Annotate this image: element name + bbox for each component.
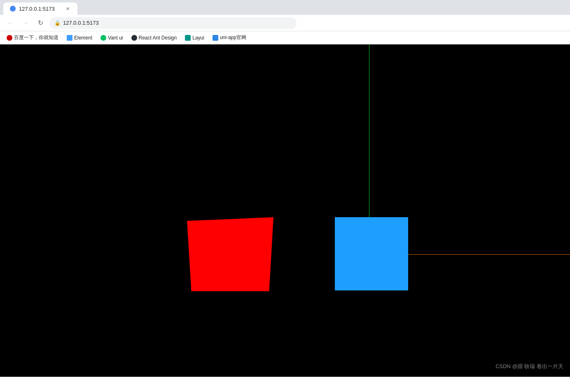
red-box [187, 217, 273, 291]
browser-window: 127.0.0.1:5173 ✕ ← → ↻ 🔒 127.0.0.1:5173 … [0, 0, 570, 377]
bookmark-label-react: React Ant Design [139, 35, 177, 41]
tab-bar: 127.0.0.1:5173 ✕ [0, 0, 570, 15]
nav-bar: ← → ↻ 🔒 127.0.0.1:5173 [0, 15, 570, 31]
tab-favicon [10, 6, 16, 12]
bookmark-favicon-uni [213, 35, 218, 41]
reload-button[interactable]: ↻ [35, 17, 46, 29]
bookmark-layui[interactable]: Layui [182, 33, 208, 42]
back-button[interactable]: ← [5, 17, 16, 29]
bookmark-element[interactable]: Element [63, 33, 96, 42]
bookmarks-bar: 百度一下，你就知道 Element Vant ui React Ant Desi… [0, 31, 570, 44]
url-text: 127.0.0.1:5173 [63, 20, 99, 26]
bookmark-label-element: Element [74, 35, 92, 41]
bookmark-label-vant: Vant ui [108, 35, 123, 41]
bookmark-uni[interactable]: uni-app官网 [209, 32, 250, 43]
bookmark-label-uni: uni-app官网 [220, 34, 246, 41]
green-vertical-line [369, 44, 369, 217]
bookmark-react-ant[interactable]: React Ant Design [128, 33, 180, 42]
forward-icon: → [22, 19, 29, 27]
bookmark-label-layui: Layui [192, 35, 204, 41]
bookmark-vant[interactable]: Vant ui [97, 33, 126, 42]
bookmark-favicon-vant [100, 35, 106, 41]
address-bar[interactable]: 🔒 127.0.0.1:5173 [49, 17, 297, 29]
bookmark-favicon-layui [185, 35, 191, 41]
blue-box [335, 217, 408, 290]
active-tab[interactable]: 127.0.0.1:5173 ✕ [3, 2, 77, 15]
bookmark-baidu[interactable]: 百度一下，你就知道 [3, 32, 62, 43]
forward-button[interactable]: → [20, 17, 31, 29]
orange-horizontal-line [406, 254, 570, 255]
canvas-area: CSDN @跟 耿瑞 卷出一片天 [0, 44, 570, 377]
reload-icon: ↻ [38, 19, 43, 27]
bookmark-favicon-element [67, 35, 72, 41]
tab-close-button[interactable]: ✕ [64, 5, 71, 12]
watermark-text: CSDN @跟 耿瑞 卷出一片天 [495, 363, 563, 370]
lock-icon: 🔒 [54, 20, 61, 26]
tab-title: 127.0.0.1:5173 [19, 6, 55, 12]
bookmark-favicon-baidu [7, 35, 12, 41]
bookmark-label-baidu: 百度一下，你就知道 [14, 34, 58, 41]
bookmark-favicon-react [131, 35, 137, 41]
back-icon: ← [7, 19, 14, 27]
